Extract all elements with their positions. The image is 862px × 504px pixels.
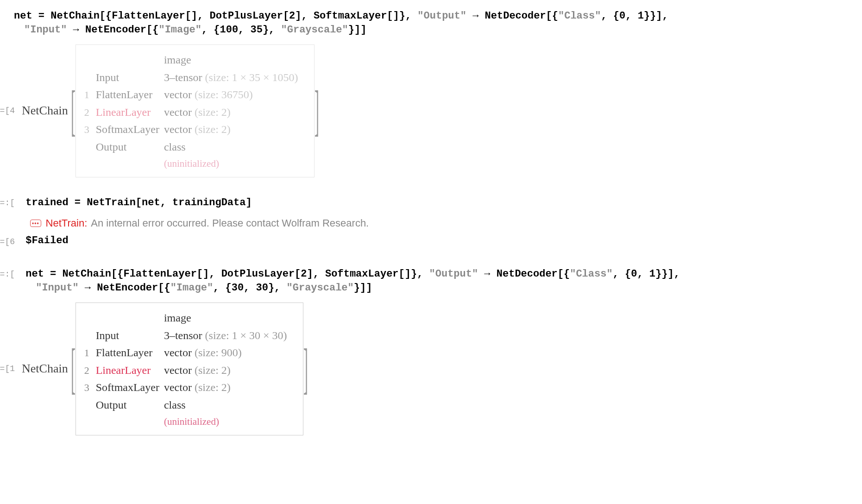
layer-row: 2 LinearLayer vector (size: 2) xyxy=(84,362,292,379)
netchain-box-3[interactable]: image Input 3–tensor (size: 1 × 30 × 30)… xyxy=(76,302,303,435)
code-input-3[interactable]: net = NetChain[{FlattenLayer[], DotPlusL… xyxy=(25,267,680,295)
netchain-head-3: NetChain xyxy=(22,362,68,376)
uninitialized-label: (uninitialized) xyxy=(164,156,303,171)
input-cell-3[interactable]: ]:= net = NetChain[{FlattenLayer[], DotP… xyxy=(14,267,848,295)
output-cell-2: 6]= $Failed xyxy=(14,235,848,249)
error-message-row: ••• NetTrain: An internal error occurred… xyxy=(30,217,848,229)
output-cell-3: 1]= NetChain [ image Input 3–tensor (siz… xyxy=(14,302,848,435)
out-label-3: 1]= xyxy=(14,364,15,373)
in-label-2: ]:= xyxy=(14,196,15,210)
error-head: NetTrain: xyxy=(46,217,88,229)
netchain-box-1[interactable]: image Input 3–tensor (size: 1 × 35 × 105… xyxy=(76,44,315,177)
input-cell-1[interactable]: net = NetChain[{FlattenLayer[], DotPlusL… xyxy=(14,9,848,37)
layer-row: 1 FlattenLayer vector (size: 900) xyxy=(84,344,292,362)
layer-row: 1 FlattenLayer vector (size: 36750) xyxy=(84,86,303,104)
netchain-head-1: NetChain xyxy=(22,104,68,118)
uninitialized-label: (uninitialized) xyxy=(164,414,292,429)
layer-row: 3 SoftmaxLayer vector (size: 2) xyxy=(84,121,303,139)
error-text: An internal error occurred. Please conta… xyxy=(91,217,369,229)
input-cell-2[interactable]: ]:= trained = NetTrain[net, trainingData… xyxy=(14,196,848,210)
failed-output: $Failed xyxy=(25,235,68,246)
layer-row: Output class xyxy=(84,397,292,414)
out-label-2: 6]= xyxy=(14,235,15,249)
code-input-1[interactable]: net = NetChain[{FlattenLayer[], DotPlusL… xyxy=(14,9,668,37)
out-label-1: 4]= xyxy=(14,106,15,115)
output-cell-1: 4]= NetChain [ image Input 3–tensor (siz… xyxy=(14,44,848,177)
layer-row: 3 SoftmaxLayer vector (size: 2) xyxy=(84,379,292,397)
in-label-3: ]:= xyxy=(14,267,15,281)
error-icon[interactable]: ••• xyxy=(30,220,41,227)
layer-row: 2 LinearLayer vector (size: 2) xyxy=(84,104,303,121)
layer-row: Output class xyxy=(84,139,303,156)
layer-row: Input 3–tensor (size: 1 × 30 × 30) xyxy=(84,327,292,345)
code-input-2[interactable]: trained = NetTrain[net, trainingData] xyxy=(25,196,252,210)
layer-row: Input 3–tensor (size: 1 × 35 × 1050) xyxy=(84,69,303,87)
